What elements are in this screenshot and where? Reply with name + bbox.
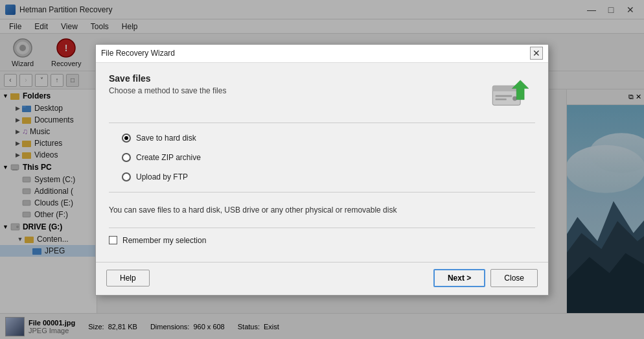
radio-save-to-hard-disk[interactable]: Save to hard disk xyxy=(122,134,535,143)
close-button[interactable]: Close xyxy=(490,269,538,287)
dialog-content: Save files Choose a method to save the f… xyxy=(96,63,548,262)
divider-bottom xyxy=(109,228,535,228)
dialog-title-bar: File Recovery Wizard ✕ xyxy=(96,45,548,63)
dialog-heading: Save files xyxy=(109,73,226,84)
checkbox-input[interactable] xyxy=(109,236,117,244)
checkbox-label: Remember my selection xyxy=(122,236,206,245)
radio-create-zip[interactable]: Create ZIP archive xyxy=(122,153,535,162)
dialog-subheading: Choose a method to save the files xyxy=(109,86,226,95)
radio-label-1: Save to hard disk xyxy=(136,134,196,143)
radio-input-2[interactable] xyxy=(122,153,131,162)
dialog-close-x-button[interactable]: ✕ xyxy=(530,47,543,60)
radio-group: Save to hard disk Create ZIP archive Upl… xyxy=(122,134,535,181)
dialog-overlay: File Recovery Wizard ✕ Save files Choose… xyxy=(0,0,644,339)
svg-rect-31 xyxy=(496,99,507,100)
help-button[interactable]: Help xyxy=(106,270,150,286)
dialog-header: Save files Choose a method to save the f… xyxy=(109,73,535,112)
dialog-header-left: Save files Choose a method to save the f… xyxy=(109,73,226,95)
radio-upload-ftp[interactable]: Upload by FTP xyxy=(122,172,535,181)
radio-label-3: Upload by FTP xyxy=(136,172,188,181)
radio-input-1[interactable] xyxy=(122,134,131,143)
next-button[interactable]: Next > xyxy=(433,269,485,287)
dialog-footer: Help Next > Close xyxy=(96,262,548,295)
radio-input-3[interactable] xyxy=(122,172,131,181)
divider-mid xyxy=(109,192,535,193)
svg-rect-30 xyxy=(496,95,512,97)
save-icon xyxy=(490,76,529,109)
dialog-title: File Recovery Wizard xyxy=(101,49,530,58)
remember-selection-checkbox[interactable]: Remember my selection xyxy=(109,236,535,245)
divider-top xyxy=(109,123,535,123)
info-text: You can save files to a hard disk, USB d… xyxy=(109,200,535,220)
file-recovery-wizard-dialog: File Recovery Wizard ✕ Save files Choose… xyxy=(95,44,549,296)
radio-label-2: Create ZIP archive xyxy=(136,153,201,162)
dialog-icon-area xyxy=(483,73,535,112)
